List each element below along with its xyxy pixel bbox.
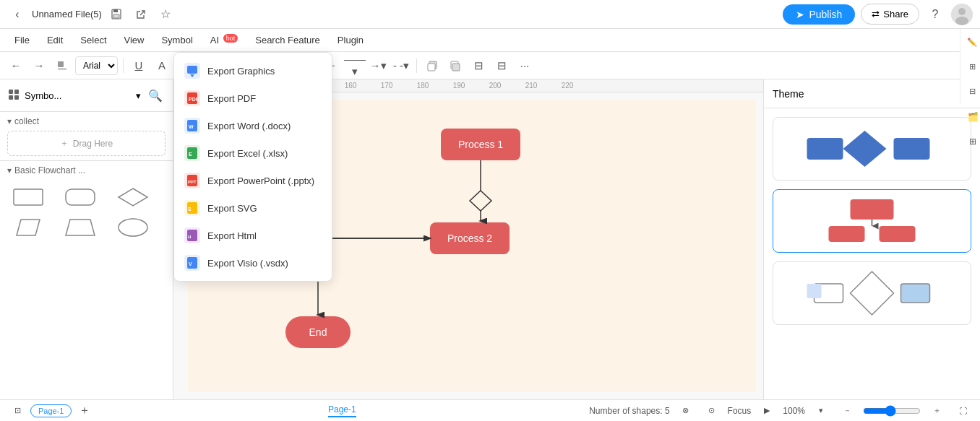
export-visio-item[interactable]: V Export Visio (.vsdx) <box>174 249 332 277</box>
theme-card-2[interactable] <box>773 189 971 253</box>
svg-text:PDF: PDF <box>189 97 199 102</box>
focus-icon[interactable]: ⊙ <box>702 401 722 421</box>
add-page-icon[interactable]: ＋ <box>74 401 95 421</box>
page-tab-active[interactable]: Page-1 <box>30 404 72 417</box>
zoom-out-icon[interactable]: － <box>837 401 857 421</box>
page-layout-icon[interactable]: ⊡ <box>7 401 27 421</box>
share-out-icon[interactable] <box>131 4 151 25</box>
svg-rect-1 <box>113 9 118 12</box>
export-pptx-label: Export PowerPoint (.pptx) <box>207 175 314 186</box>
theme-card-3[interactable] <box>773 261 971 325</box>
statusbar: ⊡ Page-1 ＋ Page-1 Number of shapes: 5 ⊗ … <box>0 399 980 421</box>
save-icon[interactable] <box>106 4 126 25</box>
export-word-item[interactable]: W Export Word (.docx) <box>174 112 332 139</box>
ruler-210: 210 <box>513 82 549 90</box>
shape-rounded-rect[interactable] <box>62 184 98 210</box>
process-2-label: Process 2 <box>447 233 492 244</box>
shape-diamond[interactable] <box>115 184 151 210</box>
fullscreen-icon[interactable]: ⛶ <box>953 401 973 421</box>
menubar: File Edit Select View Symbol AI hot Sear… <box>0 29 980 52</box>
menu-edit[interactable]: Edit <box>40 32 70 48</box>
panel-grid-icon[interactable]: ⊞ <box>963 131 980 152</box>
svg-rect-15 <box>14 95 19 100</box>
undo-button[interactable]: ← <box>6 56 26 76</box>
menu-view[interactable]: View <box>117 32 152 48</box>
export-pptx-item[interactable]: PPT Export PowerPoint (.pptx) <box>174 167 332 194</box>
toolbar: ← → Arial U A Ts ≡ ≡▾ T ◇ ╱ ⌐ ——▾ →▾ - -… <box>0 52 980 79</box>
svg-marker-35 <box>851 272 894 315</box>
export-svg-icon: S <box>184 200 200 216</box>
svg-rect-9 <box>428 64 435 71</box>
font-color-button[interactable]: A <box>152 56 172 76</box>
ruler-220: 220 <box>549 82 585 90</box>
menu-plugin[interactable]: Plugin <box>330 32 371 48</box>
side-toolbar: ✏️ ⊞ ⊟ <box>960 29 980 104</box>
send-back-button[interactable] <box>445 56 465 76</box>
shape-parallelogram[interactable] <box>10 214 46 240</box>
svg-text:W: W <box>189 124 194 129</box>
edit-node-icon[interactable]: ✏️ <box>962 32 980 52</box>
menu-ai[interactable]: AI hot <box>203 32 245 48</box>
menu-select[interactable]: Select <box>73 32 113 48</box>
star-icon[interactable]: ☆ <box>155 4 176 25</box>
share-button[interactable]: ⇄ Share <box>861 4 919 25</box>
line-dash-button[interactable]: - -▾ <box>391 56 411 76</box>
export-graphics-item[interactable]: Export Graphics <box>174 57 332 84</box>
process-2-box[interactable]: Process 2 <box>430 222 510 254</box>
export-svg-item[interactable]: S Export SVG <box>174 194 332 222</box>
zoom-slider[interactable] <box>863 405 921 417</box>
svg-text:V: V <box>189 261 192 266</box>
export-dropdown-menu: Export Graphics PDF Export PDF W Export … <box>173 52 332 282</box>
bring-front-button[interactable] <box>422 56 442 76</box>
ruler-200: 200 <box>477 82 513 90</box>
drag-here-button[interactable]: ＋ Drag Here <box>7 131 166 156</box>
export-excel-item[interactable]: E Export Excel (.xlsx) <box>174 139 332 167</box>
focus-label: Focus <box>728 406 752 416</box>
ruler-190: 190 <box>441 82 477 90</box>
component-icon[interactable]: ⊞ <box>962 56 980 77</box>
shape-ellipse[interactable] <box>115 214 151 240</box>
hot-badge: hot <box>223 34 238 43</box>
svg-marker-28 <box>843 131 887 167</box>
align-shapes-left[interactable]: ⊟ <box>468 56 489 76</box>
paint-format-button[interactable] <box>52 56 72 76</box>
svg-rect-7 <box>58 68 66 70</box>
layers-icon[interactable]: ⊗ <box>676 401 696 421</box>
help-icon[interactable]: ? <box>925 4 945 25</box>
shape-rectangle[interactable] <box>10 184 46 210</box>
menu-file[interactable]: File <box>7 32 37 48</box>
sidebar-expand-icon[interactable]: ▾ <box>136 90 141 101</box>
svg-marker-19 <box>17 220 40 235</box>
play-icon[interactable]: ▶ <box>757 401 777 421</box>
menu-search-feature[interactable]: Search Feature <box>248 32 327 48</box>
avatar[interactable] <box>951 4 973 25</box>
redo-button[interactable]: → <box>29 56 49 76</box>
export-pdf-item[interactable]: PDF Export PDF <box>174 84 332 112</box>
zoom-in-icon[interactable]: ＋ <box>927 401 947 421</box>
end-box[interactable]: End <box>285 316 351 348</box>
underline-button[interactable]: U <box>129 56 149 76</box>
svg-rect-12 <box>9 90 13 94</box>
active-page-label: Page-1 <box>328 404 356 417</box>
export-html-item[interactable]: H Export Html <box>174 222 332 249</box>
publish-button[interactable]: ➤ Publish <box>783 4 855 25</box>
theme-card-1[interactable] <box>773 117 971 181</box>
statusbar-center: Page-1 <box>100 404 583 417</box>
zoom-level: 100% <box>783 406 805 416</box>
panel-layers-icon[interactable]: 🗂️ <box>963 107 980 127</box>
shape-trapezoid[interactable] <box>62 214 98 240</box>
zoom-dropdown-icon[interactable]: ▾ <box>811 401 831 421</box>
ruler-160: 160 <box>332 82 369 90</box>
font-select[interactable]: Arial <box>75 56 118 75</box>
align-shapes-right[interactable]: ⊟ <box>491 56 512 76</box>
back-icon[interactable]: ‹ <box>7 4 27 25</box>
process-1-box[interactable]: Process 1 <box>441 129 520 160</box>
line-style-button[interactable]: ——▾ <box>345 56 365 76</box>
filter-icon[interactable]: ⊟ <box>962 81 980 101</box>
more-options[interactable]: ··· <box>515 56 535 76</box>
arrow-style-button[interactable]: →▾ <box>368 56 388 76</box>
menu-symbol[interactable]: Symbol <box>154 32 199 48</box>
svg-rect-16 <box>14 189 43 205</box>
svg-rect-6 <box>58 61 64 67</box>
sidebar-search-icon[interactable]: 🔍 <box>145 85 166 105</box>
